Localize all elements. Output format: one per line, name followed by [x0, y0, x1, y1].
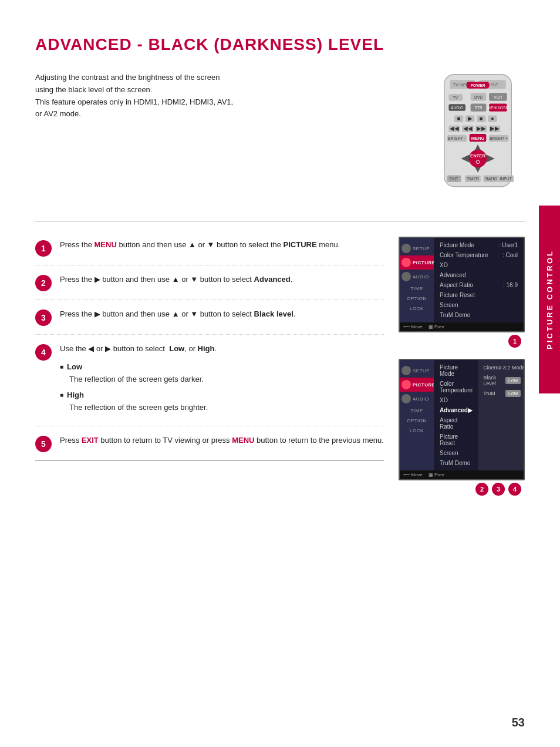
menu-panel-1: SETUP PICTURE AUDIO TIME OPTION [399, 237, 525, 350]
top-divider [35, 221, 525, 221]
right-panels: SETUP PICTURE AUDIO TIME OPTION [399, 231, 525, 498]
menu-footer-2: ⟵ Move ▦ Prev [400, 470, 524, 479]
svg-text:▶▶: ▶▶ [477, 125, 486, 132]
sidebar-label: PICTURE CONTROL [539, 206, 560, 393]
svg-text:RATIO: RATIO [485, 177, 497, 181]
svg-text:ENTER: ENTER [470, 153, 485, 159]
svg-text:EXIT: EXIT [450, 177, 458, 181]
menu-main-1: Picture Mode: User1 Color Temperature: C… [434, 238, 524, 322]
svg-text:POWER: POWER [470, 83, 485, 88]
step-1: 1 Press the MENU button and then use ▲ o… [35, 231, 384, 265]
menu-sidebar-1: SETUP PICTURE AUDIO TIME OPTION [400, 238, 434, 322]
svg-text:◀◀: ◀◀ [463, 125, 473, 132]
menu-sub-panel: Cinema 3:2 Mode Off Black Level Low TruM… [478, 360, 525, 470]
step-2: 2 Press the ▶ button and then use ▲ or ▼… [35, 265, 384, 300]
step-text-3: Press the ▶ button and then use ▲ or ▼ b… [60, 308, 384, 321]
step-text-2: Press the ▶ button and then use ▲ or ▼ b… [60, 274, 384, 286]
step-number-5: 5 [35, 436, 52, 452]
sub-item-high: High The reflection of the screen gets b… [60, 389, 384, 413]
remote-image: TV INPUT INPUT POWER TV DVD VCR AUDIO ST… [431, 72, 525, 197]
step-4: 4 Use the ◀ or ▶ button to select Low, o… [35, 335, 384, 426]
sub-items: Low The reflection of the screen gets da… [60, 361, 384, 413]
svg-text:BRIGHT +: BRIGHT + [490, 136, 508, 140]
svg-text:DVD: DVD [474, 95, 483, 99]
menu-panel-2: SETUP PICTURE AUDIO TIME OPTION [399, 359, 525, 498]
svg-text:MENU/OSD: MENU/OSD [487, 106, 508, 110]
svg-text:▶: ▶ [468, 115, 473, 122]
svg-point-47 [476, 160, 480, 164]
step-number-2: 2 [35, 275, 52, 291]
main-content: 1 Press the MENU button and then use ▲ o… [35, 231, 525, 498]
svg-text:TV: TV [453, 96, 458, 100]
menu-sidebar-2: SETUP PICTURE AUDIO TIME OPTION [400, 360, 434, 470]
svg-text:■: ■ [480, 115, 483, 122]
step-text-5: Press EXIT button to return to TV viewin… [60, 435, 384, 447]
menu-main-2: Picture Mode Color Temperature XD Advanc… [434, 360, 478, 470]
svg-text:BRIGHT -: BRIGHT - [448, 136, 465, 140]
sub-item-low: Low The reflection of the screen gets da… [60, 361, 384, 385]
panel-badge-4: 4 [508, 483, 521, 496]
step-3: 3 Press the ▶ button and then use ▲ or ▼… [35, 300, 384, 335]
panel-badge-3: 3 [492, 483, 505, 496]
svg-text:●: ● [491, 115, 494, 122]
step-5: 5 Press EXIT button to return to TV view… [35, 426, 384, 461]
panel-badge-2: 2 [475, 483, 488, 496]
svg-text:AUDIO: AUDIO [451, 106, 463, 110]
svg-text:VCR: VCR [494, 95, 502, 99]
left-steps: 1 Press the MENU button and then use ▲ o… [35, 231, 384, 498]
panel-badges-2: 2 3 4 [399, 480, 525, 498]
svg-text:STB: STB [474, 106, 483, 110]
svg-text:▶▶: ▶▶ [490, 125, 500, 132]
intro-text: Adjusting the contrast and the brightnes… [35, 72, 407, 197]
intro-section: Adjusting the contrast and the brightnes… [35, 72, 525, 197]
page-number: 53 [512, 716, 525, 729]
panel-badge-1: 1 [508, 335, 521, 348]
svg-text:■: ■ [457, 115, 461, 122]
page-container: PICTURE CONTROL ADVANCED - BLACK (DARKNE… [0, 0, 560, 747]
step-text-4: Use the ◀ or ▶ button to select Low, or … [60, 343, 384, 418]
panel-badges-1: 1 [399, 332, 525, 350]
menu-footer-1: ⟵ Move ▦ Prev [400, 322, 524, 331]
svg-text:TIMER: TIMER [467, 177, 479, 181]
remote-svg: TV INPUT INPUT POWER TV DVD VCR AUDIO ST… [431, 72, 525, 195]
page-title: ADVANCED - BLACK (DARKNESS) LEVEL [35, 35, 525, 54]
step-number-3: 3 [35, 309, 52, 326]
svg-text:MENU: MENU [471, 136, 485, 141]
step-number-1: 1 [35, 240, 52, 257]
svg-text:INPUT: INPUT [500, 177, 512, 181]
step-text-1: Press the MENU button and then use ▲ or … [60, 239, 384, 251]
step-number-4: 4 [35, 344, 52, 361]
svg-text:◀◀: ◀◀ [450, 125, 459, 132]
